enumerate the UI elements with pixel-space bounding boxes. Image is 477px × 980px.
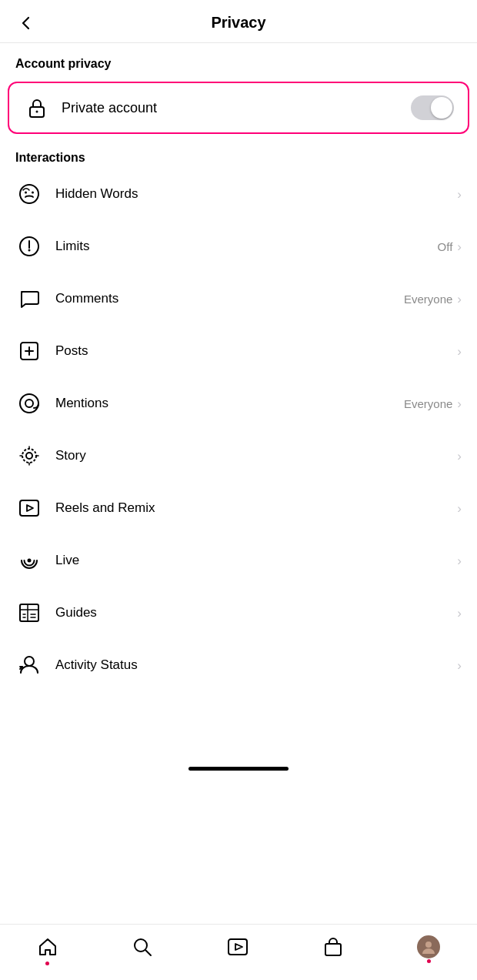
mentions-value: Everyone	[404, 397, 452, 410]
story-item[interactable]: Story ›	[0, 430, 477, 482]
nav-shop[interactable]	[310, 933, 356, 961]
svg-point-11	[20, 394, 38, 413]
svg-point-12	[25, 400, 33, 407]
live-chevron: ›	[457, 554, 462, 567]
limits-item[interactable]: Limits Off ›	[0, 220, 477, 273]
story-chevron: ›	[457, 450, 462, 463]
nav-reels[interactable]	[215, 933, 261, 961]
activity-status-item[interactable]: Activity Status ›	[0, 639, 477, 691]
svg-point-35	[425, 942, 432, 948]
hidden-words-item[interactable]: Hidden Words ›	[0, 168, 477, 220]
reels-icon	[15, 494, 43, 522]
live-item[interactable]: Live ›	[0, 534, 477, 587]
reels-item[interactable]: Reels and Remix ›	[0, 482, 477, 534]
posts-label: Posts	[55, 343, 452, 359]
live-icon	[15, 547, 43, 574]
comments-label: Comments	[55, 291, 404, 306]
limits-value: Off	[438, 240, 453, 253]
shop-icon	[322, 936, 344, 958]
story-icon	[15, 442, 43, 470]
hidden-words-chevron: ›	[457, 188, 462, 201]
posts-item[interactable]: Posts ›	[0, 325, 477, 377]
limits-label: Limits	[55, 239, 438, 254]
home-active-dot	[45, 962, 49, 965]
guides-icon	[15, 599, 43, 627]
home-icon	[37, 936, 58, 958]
svg-rect-22	[20, 604, 38, 621]
bottom-nav	[0, 924, 477, 980]
story-label: Story	[55, 448, 452, 463]
guides-item[interactable]: Guides ›	[0, 587, 477, 639]
reels-nav-icon	[227, 936, 249, 958]
profile-active-dot	[427, 959, 431, 963]
svg-marker-20	[27, 505, 33, 511]
comments-icon	[15, 285, 43, 313]
posts-icon	[15, 337, 43, 365]
back-button[interactable]	[14, 11, 38, 35]
private-account-label: Private account	[62, 100, 411, 116]
private-account-toggle[interactable]	[411, 95, 454, 120]
activity-status-chevron: ›	[457, 659, 462, 672]
account-privacy-section: Account privacy Private account	[0, 43, 477, 134]
nav-profile[interactable]	[405, 932, 452, 962]
mentions-chevron: ›	[457, 397, 462, 410]
svg-point-21	[28, 559, 32, 563]
svg-point-4	[32, 192, 34, 194]
activity-status-icon	[15, 651, 43, 679]
search-icon	[132, 936, 153, 958]
interactions-section: Interactions Hidden Words › Limits Off	[0, 139, 477, 691]
toggle-knob	[431, 97, 452, 119]
header: Privacy	[0, 0, 477, 43]
comments-value: Everyone	[404, 293, 452, 306]
profile-avatar	[417, 935, 440, 958]
interactions-label: Interactions	[0, 139, 477, 168]
svg-rect-19	[20, 500, 38, 516]
reels-chevron: ›	[457, 502, 462, 515]
mentions-label: Mentions	[55, 396, 404, 411]
comments-chevron: ›	[457, 293, 462, 306]
guides-chevron: ›	[457, 607, 462, 620]
svg-marker-33	[235, 944, 242, 950]
private-account-row[interactable]: Private account	[8, 82, 469, 134]
activity-status-label: Activity Status	[55, 657, 452, 673]
hidden-words-label: Hidden Words	[55, 186, 452, 202]
svg-point-3	[25, 192, 27, 194]
limits-chevron: ›	[457, 240, 462, 253]
svg-line-31	[145, 950, 151, 955]
posts-chevron: ›	[457, 345, 462, 358]
svg-point-13	[22, 449, 36, 463]
page-title: Privacy	[211, 14, 265, 32]
live-label: Live	[55, 553, 452, 568]
limits-icon	[15, 232, 43, 260]
nav-home[interactable]	[25, 933, 71, 961]
svg-point-29	[25, 657, 34, 666]
svg-rect-34	[325, 944, 341, 955]
hidden-words-icon	[15, 180, 43, 208]
home-indicator	[188, 767, 289, 771]
svg-point-2	[20, 185, 38, 203]
guides-label: Guides	[55, 605, 452, 620]
nav-search[interactable]	[119, 933, 165, 961]
lock-icon	[23, 94, 51, 122]
svg-point-7	[28, 249, 31, 252]
comments-item[interactable]: Comments Everyone ›	[0, 273, 477, 325]
svg-rect-32	[228, 939, 247, 955]
mentions-item[interactable]: Mentions Everyone ›	[0, 377, 477, 430]
mentions-icon	[15, 390, 43, 417]
svg-point-1	[36, 111, 38, 113]
account-privacy-label: Account privacy	[0, 43, 477, 77]
reels-label: Reels and Remix	[55, 500, 452, 516]
svg-point-14	[26, 453, 32, 459]
